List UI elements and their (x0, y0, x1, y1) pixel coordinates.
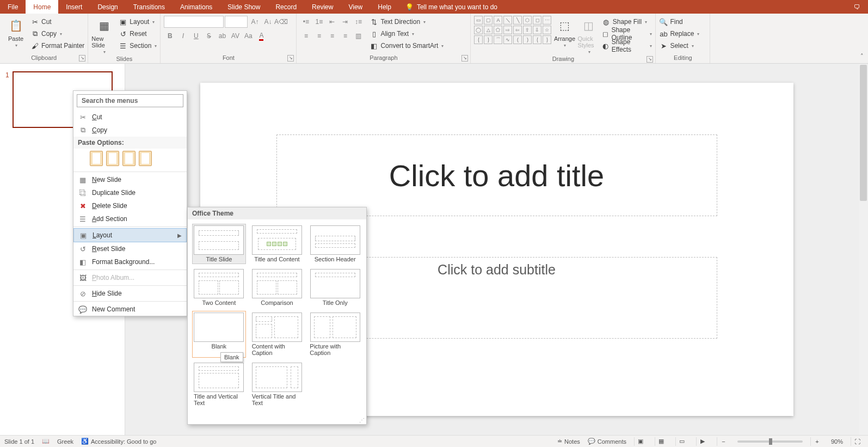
font-color-button[interactable]: A (255, 30, 267, 42)
tab-design[interactable]: Design (90, 0, 125, 14)
scrollbar-thumb[interactable] (860, 65, 867, 201)
tab-file[interactable]: File (0, 0, 26, 14)
align-right-button[interactable]: ≡ (326, 30, 338, 42)
tab-view[interactable]: View (341, 0, 370, 14)
layout-title-vertical-text[interactable]: Title and Vertical Text (192, 361, 246, 408)
align-text-button[interactable]: ▯Align Text▾ (370, 28, 444, 40)
arrange-button[interactable]: ⬚Arrange▾ (553, 16, 575, 54)
zoom-slider[interactable] (737, 440, 803, 443)
paste-keep-source[interactable] (106, 151, 119, 166)
align-left-button[interactable]: ≡ (300, 30, 312, 42)
clipboard-launcher[interactable]: ↘ (79, 55, 85, 62)
tab-slideshow[interactable]: Slide Show (220, 0, 268, 14)
ctx-copy[interactable]: ⧉Copy (73, 124, 187, 137)
columns-button[interactable]: ▥ (352, 30, 364, 42)
sorter-view-button[interactable]: ▦ (655, 437, 668, 446)
indent-button[interactable]: ⇥ (339, 16, 351, 28)
tab-help[interactable]: Help (370, 0, 399, 14)
new-slide-button[interactable]: ▦ New Slide ▾ (91, 16, 116, 54)
zoom-out-button[interactable]: − (717, 437, 730, 446)
shapes-gallery[interactable]: ▭▢A＼╲⬡◻⋯ ◯△⬠⇨⇦⇧⇩☆ {}⌒∿(){} (474, 16, 551, 54)
numbering-button[interactable]: 1≡ (313, 16, 325, 28)
layout-blank[interactable]: Blank (192, 311, 246, 358)
fit-to-window-button[interactable]: ⛶ (851, 437, 864, 446)
vertical-scrollbar[interactable] (859, 64, 868, 435)
paste-picture[interactable] (122, 151, 136, 166)
align-center-button[interactable]: ≡ (313, 30, 325, 42)
tell-me-search[interactable]: 💡 Tell me what you want to do (399, 0, 504, 14)
status-spellcheck[interactable]: 📖 (42, 438, 50, 445)
ctx-add-section[interactable]: ☰Add Section (73, 212, 187, 225)
layout-vertical-title-text[interactable]: Vertical Title and Text (250, 361, 304, 408)
char-spacing-button[interactable]: Aa (242, 30, 254, 42)
tab-insert[interactable]: Insert (58, 0, 90, 14)
comments-button[interactable]: 💬 Comments (588, 438, 626, 445)
format-painter-button[interactable]: 🖌Format Painter (30, 40, 84, 52)
ctx-new-comment[interactable]: 💬New Comment (73, 303, 187, 316)
tab-record[interactable]: Record (268, 0, 304, 14)
cut-button[interactable]: ✂Cut (30, 16, 84, 28)
layout-title-and-content[interactable]: Title and Content (250, 224, 304, 264)
ctx-delete-slide[interactable]: ✖Delete Slide (73, 199, 187, 212)
layout-section-header[interactable]: Section Header (308, 224, 362, 264)
line-spacing-button[interactable]: ↕≡ (352, 16, 364, 28)
reset-button[interactable]: ↺Reset (119, 28, 157, 40)
grow-font-button[interactable]: A↑ (249, 16, 261, 28)
find-button[interactable]: 🔍Find (659, 16, 706, 28)
zoom-in-button[interactable]: + (810, 437, 823, 446)
tab-transitions[interactable]: Transitions (126, 0, 173, 14)
text-direction-button[interactable]: ⇅Text Direction▾ (370, 16, 444, 28)
bullets-button[interactable]: •≡ (300, 16, 312, 28)
italic-button[interactable]: I (177, 30, 189, 42)
clear-format-button[interactable]: A⌫ (275, 16, 287, 28)
ctx-format-background[interactable]: ◧Format Background... (73, 255, 187, 268)
highlight-button[interactable]: AV (229, 30, 241, 42)
shape-effects-button[interactable]: ◐Shape Effects▾ (602, 40, 652, 52)
strike-button[interactable]: S̶ (203, 30, 215, 42)
copy-button[interactable]: ⧉Copy▾ (30, 28, 84, 40)
zoom-slider-thumb[interactable] (769, 438, 772, 445)
font-name-combo[interactable] (164, 16, 224, 28)
replace-button[interactable]: abReplace▾ (659, 28, 706, 40)
ctx-hide-slide[interactable]: ⊘Hide Slide (73, 287, 187, 300)
drawing-launcher[interactable]: ↘ (647, 56, 653, 63)
outdent-button[interactable]: ⇤ (326, 16, 338, 28)
slideshow-view-button[interactable]: ▶ (696, 437, 709, 446)
status-accessibility[interactable]: ♿ Accessibility: Good to go (81, 438, 156, 445)
paste-dest-theme[interactable] (90, 151, 103, 166)
reading-view-button[interactable]: ▭ (675, 437, 688, 446)
justify-button[interactable]: ≡ (339, 30, 351, 42)
shadow-button[interactable]: ab (216, 30, 228, 42)
menu-search-input[interactable]: Search the menus (77, 94, 183, 107)
tab-animations[interactable]: Animations (173, 0, 220, 14)
ctx-new-slide[interactable]: ▦New Slide (73, 173, 187, 186)
ctx-layout[interactable]: ▣Layout▶ (73, 228, 187, 242)
paste-button[interactable]: 📋 Paste ▾ (3, 16, 28, 52)
paragraph-launcher[interactable]: ↘ (461, 55, 468, 62)
flyout-resize-grip[interactable]: ⋰ (359, 417, 365, 423)
collapse-ribbon-button[interactable]: ˄ (860, 53, 864, 60)
layout-two-content[interactable]: Two Content (192, 267, 246, 308)
normal-view-button[interactable]: ▣ (634, 437, 647, 446)
layout-picture-with-caption[interactable]: Picture with Caption (308, 311, 362, 358)
notes-button[interactable]: ≐ Notes (557, 438, 580, 445)
ctx-cut[interactable]: ✂Cut (73, 111, 187, 124)
quick-styles-button[interactable]: ◫Quick Styles▾ (578, 16, 600, 54)
layout-comparison[interactable]: Comparison (250, 267, 304, 308)
zoom-level[interactable]: 90% (831, 438, 843, 445)
underline-button[interactable]: U (190, 30, 202, 42)
select-button[interactable]: ➤Select▾ (659, 40, 706, 52)
shrink-font-button[interactable]: A↓ (262, 16, 274, 28)
bold-button[interactable]: B (164, 30, 176, 42)
font-launcher[interactable]: ↘ (287, 55, 294, 62)
tab-home[interactable]: Home (26, 0, 58, 14)
layout-title-only[interactable]: Title Only (308, 267, 362, 308)
layout-button[interactable]: ▣Layout▾ (119, 16, 157, 28)
ctx-reset-slide[interactable]: ↺Reset Slide (73, 242, 187, 255)
layout-title-slide[interactable]: Title Slide (192, 224, 246, 264)
section-button[interactable]: ☰Section▾ (119, 40, 157, 52)
tab-review[interactable]: Review (304, 0, 341, 14)
ctx-duplicate-slide[interactable]: ⿻Duplicate Slide (73, 186, 187, 199)
title-placeholder[interactable]: Click to add title (276, 134, 717, 216)
smartart-button[interactable]: ◧Convert to SmartArt▾ (370, 40, 444, 52)
